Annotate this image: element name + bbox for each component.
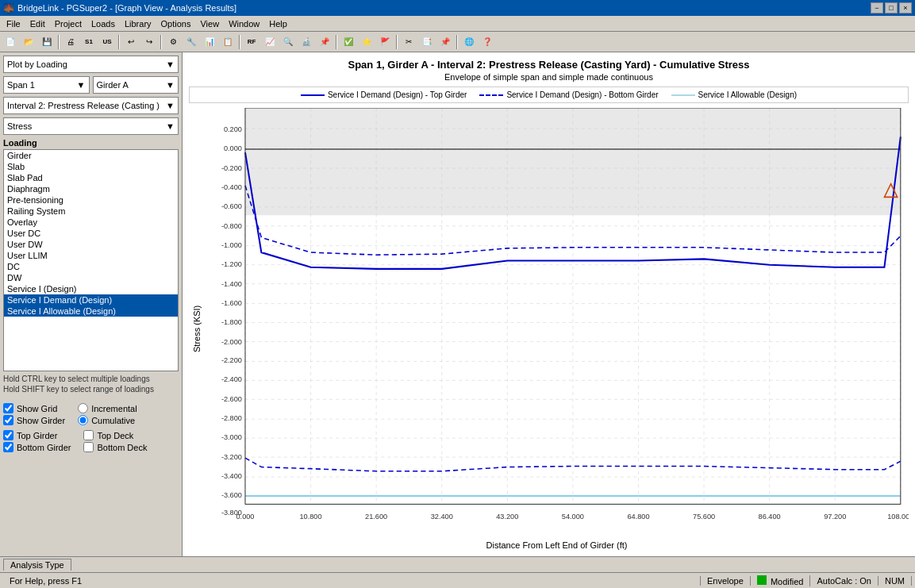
- toolbar-new[interactable]: 📄: [2, 33, 19, 51]
- chart-inner: 0.200 0.000 -0.200 -0.400 -0.600 -0.800 …: [205, 108, 909, 550]
- toolbar-btn-c[interactable]: 📊: [201, 33, 218, 51]
- toolbar-paste[interactable]: 📌: [436, 33, 454, 51]
- incremental-radio[interactable]: [78, 403, 88, 413]
- toolbar-btn-rf[interactable]: RF: [243, 33, 260, 51]
- loading-user-dc[interactable]: User DC: [4, 228, 178, 239]
- menu-loads[interactable]: Loads: [87, 17, 120, 30]
- loading-railing[interactable]: Railing System: [4, 206, 178, 217]
- toolbar-btn-a[interactable]: ⚙: [164, 33, 182, 51]
- svg-text:86.400: 86.400: [759, 513, 781, 521]
- plot-by-dropdown[interactable]: Plot by Loading ▼: [3, 56, 179, 73]
- svg-text:-2.400: -2.400: [221, 375, 242, 383]
- loading-service-i-design[interactable]: Service I (Design): [4, 283, 178, 294]
- toolbar-check[interactable]: ✅: [340, 33, 357, 51]
- minimize-button[interactable]: −: [871, 2, 883, 13]
- top-deck-row: Top Deck: [83, 430, 147, 440]
- menu-file[interactable]: File: [2, 17, 25, 30]
- girder-dropdown[interactable]: Girder A ▼: [93, 76, 179, 94]
- toolbar-save[interactable]: 💾: [38, 33, 56, 51]
- modified-text: Modified: [771, 577, 804, 586]
- loading-service-i-allowable[interactable]: Service I Allowable (Design): [4, 306, 178, 317]
- loading-girder[interactable]: Girder: [4, 150, 178, 161]
- ctrl-hint: Hold CTRL key to select multiple loading…: [3, 375, 179, 383]
- toolbar-sep-3: [160, 35, 162, 49]
- svg-text:-2.800: -2.800: [221, 414, 242, 422]
- toolbar-cut[interactable]: ✂: [400, 33, 417, 51]
- plot-by-value: Plot by Loading: [7, 60, 166, 69]
- help-text: For Help, press F1: [3, 576, 701, 586]
- span-arrow: ▼: [77, 80, 86, 90]
- top-girder-checkbox[interactable]: [3, 430, 13, 440]
- show-grid-checkbox[interactable]: [3, 403, 13, 413]
- loading-pretensioning[interactable]: Pre-tensioning: [4, 194, 178, 206]
- svg-text:43.200: 43.200: [496, 513, 518, 521]
- toolbar-btn-b[interactable]: 🔧: [183, 33, 200, 51]
- toolbar-open[interactable]: 📂: [20, 33, 37, 51]
- menu-options[interactable]: Options: [156, 17, 196, 30]
- toolbar-copy[interactable]: 📑: [418, 33, 436, 51]
- toolbar-btn-e[interactable]: 📈: [261, 33, 279, 51]
- loading-list[interactable]: Girder Slab Slab Pad Diaphragm Pre-tensi…: [3, 149, 179, 371]
- loading-diaphragm[interactable]: Diaphragm: [4, 183, 178, 194]
- toolbar-sep-6: [396, 35, 398, 49]
- toolbar-undo[interactable]: ↩: [122, 33, 140, 51]
- menu-edit[interactable]: Edit: [25, 17, 50, 30]
- toolbar-flag[interactable]: 🚩: [376, 33, 394, 51]
- svg-text:32.400: 32.400: [431, 513, 453, 521]
- svg-text:-1.400: -1.400: [221, 280, 242, 288]
- toolbar-star[interactable]: ⭐: [358, 33, 375, 51]
- loading-user-dw[interactable]: User DW: [4, 239, 178, 250]
- toolbar-btn-h[interactable]: 📌: [316, 33, 333, 51]
- bottom-deck-checkbox[interactable]: [83, 442, 94, 452]
- legend-line-1: [301, 94, 325, 96]
- cumulative-radio[interactable]: [78, 415, 88, 425]
- bottom-deck-label: Bottom Deck: [97, 443, 147, 452]
- deck-options: Top Deck Bottom Deck: [83, 430, 147, 454]
- bottom-girder-checkbox[interactable]: [3, 442, 13, 452]
- toolbar-help-icon[interactable]: ❓: [479, 33, 496, 51]
- bottom-bar: Analysis Type: [0, 556, 915, 572]
- toolbar-btn-g[interactable]: 🔬: [298, 33, 315, 51]
- analysis-type-tab[interactable]: Analysis Type: [3, 559, 71, 571]
- stress-value: Stress: [7, 121, 166, 131]
- menu-help[interactable]: Help: [264, 17, 292, 30]
- toolbar-btn-s1[interactable]: S1: [80, 33, 98, 51]
- close-button[interactable]: ×: [899, 2, 912, 13]
- menu-library[interactable]: Library: [120, 17, 156, 30]
- toolbar-redo[interactable]: ↪: [140, 33, 158, 51]
- show-girder-label: Show Girder: [17, 416, 65, 425]
- toolbar-btn-f[interactable]: 🔍: [279, 33, 297, 51]
- maximize-button[interactable]: □: [885, 2, 898, 13]
- svg-text:-3.400: -3.400: [221, 472, 242, 480]
- menu-project[interactable]: Project: [50, 17, 87, 30]
- toolbar-sep-7: [456, 35, 458, 49]
- toolbar-btn-d[interactable]: 📋: [219, 33, 236, 51]
- loading-slab-pad[interactable]: Slab Pad: [4, 172, 178, 183]
- loading-service-i-demand[interactable]: Service I Demand (Design): [4, 294, 178, 306]
- show-girder-checkbox[interactable]: [3, 415, 13, 425]
- cumulative-row: Cumulative: [78, 415, 136, 425]
- toolbar-print[interactable]: 🖨: [62, 33, 79, 51]
- status-green-indicator: [757, 575, 767, 585]
- top-girder-label: Top Girder: [17, 431, 57, 440]
- loading-dc[interactable]: DC: [4, 261, 178, 272]
- stress-arrow: ▼: [166, 121, 175, 131]
- window-controls[interactable]: − □ ×: [871, 2, 912, 13]
- svg-text:-2.000: -2.000: [221, 337, 242, 345]
- loading-slab[interactable]: Slab: [4, 161, 178, 172]
- toolbar-btn-us[interactable]: US: [98, 33, 116, 51]
- top-deck-checkbox[interactable]: [83, 430, 94, 440]
- show-grid-row: Show Grid: [3, 403, 65, 413]
- envelope-status: Envelope: [701, 576, 751, 586]
- loading-overlay[interactable]: Overlay: [4, 217, 178, 228]
- x-axis-label: Distance From Left End of Girder (ft): [205, 540, 909, 550]
- svg-text:-1.800: -1.800: [221, 318, 242, 326]
- interval-dropdown[interactable]: Interval 2: Prestress Release (Casting )…: [3, 97, 179, 114]
- loading-user-llim[interactable]: User LLIM: [4, 250, 178, 261]
- toolbar-globe[interactable]: 🌐: [460, 33, 478, 51]
- menu-view[interactable]: View: [195, 17, 224, 30]
- stress-dropdown[interactable]: Stress ▼: [3, 117, 179, 135]
- span-dropdown[interactable]: Span 1 ▼: [3, 76, 90, 94]
- menu-window[interactable]: Window: [224, 17, 264, 30]
- loading-dw[interactable]: DW: [4, 272, 178, 283]
